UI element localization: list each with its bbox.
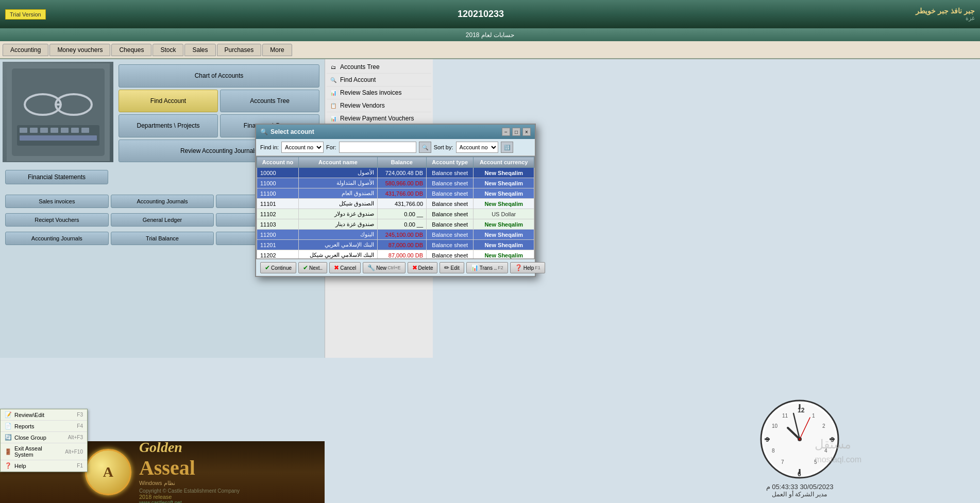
search-input[interactable] [339, 142, 416, 153]
table-row[interactable]: 11000 الأصول المتداولة 580,966.00 DB Bal… [257, 178, 534, 188]
cell-account-name: البنك الإسلامي العربي [299, 240, 378, 250]
taskbar-help-icon: ❓ [5, 462, 12, 469]
new-btn[interactable]: 🔧 New Ctrl+E [363, 262, 405, 273]
find-in-select[interactable]: Account no [281, 142, 324, 153]
trans-key: F2 [498, 265, 503, 270]
svg-text:9: 9 [766, 436, 769, 443]
cell-balance: 87,000.00 DB [377, 240, 426, 250]
trans-btn[interactable]: 📊 Trans .. F2 [466, 262, 508, 273]
sidebar-item-review-sales[interactable]: 📊 Review Sales invoices [327, 86, 431, 99]
table-row[interactable]: 10000 الأصول 724,000.48 DB Balance sheet… [257, 168, 534, 178]
find-account-icon: 🔍 [329, 76, 337, 84]
clock-datetime: 30/05/2023 05:43:33 م [766, 483, 834, 491]
cell-balance: 431,766.00 DB [377, 188, 426, 199]
table-row[interactable]: 11201 البنك الإسلامي العربي 87,000.00 DB… [257, 240, 534, 250]
new-label: New [376, 265, 386, 271]
trial-badge: Trial Version [5, 9, 46, 20]
modal-search-bar: Find in: Account no For: 🔍 Sort by: Acco… [256, 139, 535, 156]
cell-account-type: Balance sheet [427, 230, 474, 240]
sidebar-item-accounts-tree[interactable]: 🗂 Accounts Tree [327, 61, 431, 74]
trans-label: Trans .. [480, 265, 497, 271]
tab-sales[interactable]: Sales [184, 44, 215, 56]
tab-stock[interactable]: Stock [153, 44, 183, 56]
financial-statements-btn[interactable]: Financial Statements [5, 170, 108, 184]
accounting-journals-btn1[interactable]: Accounting Journals [111, 195, 214, 208]
accounts-tree-btn[interactable]: Accounts Tree [220, 90, 319, 113]
exit-key: Alt+F10 [65, 449, 83, 455]
cell-account-no: 11000 [257, 178, 299, 188]
sidebar-item-review-vendors[interactable]: 📋 Review Vendors [327, 99, 431, 112]
modal-controls: − □ × [502, 128, 531, 136]
sidebar-label-accounts-tree: Accounts Tree [340, 63, 380, 71]
taskbar-close-group[interactable]: 🔄 Close Group Alt+F3 [1, 432, 87, 443]
taskbar-reports[interactable]: 📄 Reports F4 [1, 421, 87, 432]
delete-btn[interactable]: ✖ Delete [408, 262, 438, 273]
modal-minimize-btn[interactable]: − [502, 128, 510, 136]
cell-balance: 580,966.00 DB [377, 178, 426, 188]
tab-money-vouchers[interactable]: Money vouchers [49, 44, 110, 56]
cell-account-type: Balance sheet [427, 219, 474, 230]
tab-cheques[interactable]: Cheques [111, 44, 151, 56]
sort-icon-btn[interactable]: 🔢 [501, 142, 513, 153]
help-label: Help [523, 265, 534, 271]
col-account-name: Account name [299, 157, 378, 168]
banner-year: 2018 release [139, 494, 240, 500]
find-account-btn[interactable]: Find Account [119, 90, 218, 113]
general-ledger-btn[interactable]: General Ledger [111, 213, 214, 227]
delete-label: Delete [418, 265, 433, 271]
edit-icon: ✏ [444, 264, 449, 271]
cell-account-no: 11101 [257, 199, 299, 209]
next-btn[interactable]: ✔ Next.. [298, 262, 327, 273]
svg-rect-6 [20, 128, 27, 133]
tab-accounting[interactable]: Accounting [3, 44, 48, 56]
banner-asseal-text: Asseal [139, 456, 240, 480]
departments-btn[interactable]: Departments \ Projects [119, 114, 218, 137]
taskbar-review-edit[interactable]: 📝 Review\Edit F3 [1, 409, 87, 421]
chart-of-accounts-btn[interactable]: Chart of Accounts [119, 64, 319, 88]
trial-balance-btn[interactable]: Trial Balance [111, 232, 214, 245]
review-sales-icon: 📊 [329, 89, 337, 97]
cell-account-currency: New Sheqalim [474, 188, 534, 199]
help-key: F1 [535, 265, 540, 270]
cell-balance: 431,766.00 [377, 199, 426, 209]
table-row[interactable]: 11200 البنوك 245,100.00 DB Balance sheet… [257, 230, 534, 240]
reciept-vouchers-btn[interactable]: Reciept Vouchers [5, 213, 109, 227]
sort-by-select[interactable]: Account no [456, 142, 498, 153]
new-icon: 🔧 [367, 264, 375, 271]
modal-close-btn[interactable]: × [522, 128, 531, 136]
delete-icon: ✖ [412, 264, 417, 271]
table-row[interactable]: 11101 الصندوق شيكل 431,766.00 Balance sh… [257, 199, 534, 209]
title-center: 120210233 [458, 9, 504, 20]
table-row[interactable]: 11103 صندوق غزة دينار 0.00 __ Balance sh… [257, 219, 534, 230]
tab-more[interactable]: More [262, 44, 292, 56]
table-row[interactable]: 11100 الصندوق العام 431,766.00 DB Balanc… [257, 188, 534, 199]
table-row[interactable]: 11102 صندوق غزة دولار 0.00 __ Balance sh… [257, 209, 534, 219]
taskbar-help[interactable]: ❓ Help F1 [1, 460, 87, 472]
svg-point-36 [799, 438, 801, 440]
cell-account-name: الصندوق شيكل [299, 199, 378, 209]
help-btn[interactable]: ❓ Help F1 [510, 262, 545, 273]
new-key: Ctrl+E [387, 265, 400, 270]
cancel-btn[interactable]: ✖ Cancel [329, 262, 361, 273]
accounting-journals-btn2[interactable]: Accounting Journals [5, 232, 109, 245]
year-subtitle: حسابات لعام 2018 [466, 31, 514, 39]
banner-website: www.castlesoft.net [139, 500, 240, 504]
cancel-label: Cancel [340, 265, 356, 271]
cell-account-no: 11200 [257, 230, 299, 240]
cell-balance: 245,100.00 DB [377, 230, 426, 240]
tab-purchases[interactable]: Purchases [217, 44, 262, 56]
cell-balance: 0.00 __ [377, 209, 426, 219]
sidebar-item-find-account[interactable]: 🔍 Find Account [327, 74, 431, 86]
exit-icon: 🚪 [5, 448, 12, 455]
cell-account-name: صندوق غزة دولار [299, 209, 378, 219]
search-icon: 🔍 [260, 128, 268, 135]
cell-account-no: 11100 [257, 188, 299, 199]
svg-rect-12 [81, 128, 89, 133]
table-row[interactable]: 11202 البنك الاسلامي العربي شيكل 87,000.… [257, 250, 534, 259]
edit-btn[interactable]: ✏ Edit [440, 262, 464, 273]
taskbar-exit[interactable]: 🚪 Exit Asseal System Alt+F10 [1, 443, 87, 460]
search-go-btn[interactable]: 🔍 [419, 142, 431, 153]
modal-maximize-btn[interactable]: □ [512, 128, 520, 136]
sales-invoices-btn[interactable]: Sales invoices [5, 195, 109, 208]
continue-btn[interactable]: ✔ Continue [260, 262, 296, 273]
